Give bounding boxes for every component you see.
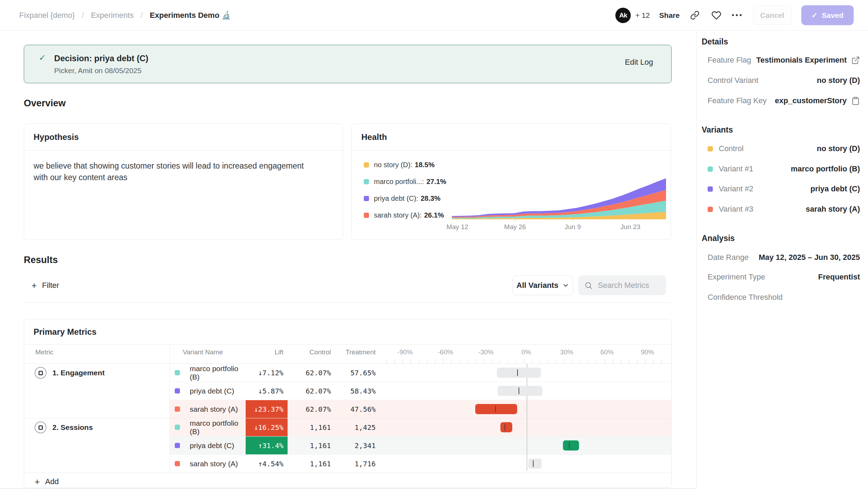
primary-metrics-card: Primary Metrics Metric Variant Name Lift… (24, 319, 672, 488)
more-menu-icon[interactable]: ••• (732, 11, 743, 19)
hypothesis-title: Hypothesis (24, 124, 343, 151)
variant-swatch (175, 461, 180, 466)
confidence-interval-cell (377, 418, 671, 436)
ci-range-bar (475, 404, 517, 414)
decision-byline: Picker, Amit on 08/05/2025 (54, 66, 148, 75)
metric-goal-icon (35, 421, 46, 433)
legend-swatch (364, 196, 369, 201)
search-metrics-input[interactable] (597, 281, 657, 290)
legend-value: 28.3% (421, 194, 441, 203)
table-row[interactable]: priya debt (C) ↑31.4% 1,161 2,341 (170, 436, 671, 454)
variant-swatch (175, 425, 180, 430)
ci-range-bar (563, 440, 579, 451)
variant-color-dot (708, 186, 713, 192)
ci-point-estimate-tick (519, 388, 519, 394)
metric-goal-icon (35, 367, 46, 379)
legend-swatch (364, 179, 369, 184)
decision-banner: ✓ Decision: priya debt (C) Picker, Amit … (24, 45, 672, 83)
lift-cell: ↑31.4% (246, 437, 288, 454)
axis-tick-label: -60% (438, 348, 453, 356)
section-divider (24, 303, 672, 303)
copy-link-icon[interactable] (689, 9, 701, 21)
axis-tick-label: 30% (560, 348, 573, 356)
treatment-cell: 1,716 (332, 455, 377, 473)
table-row[interactable]: sarah story (A) ↑4.54% 1,161 1,716 (170, 454, 671, 473)
control-cell: 1,161 (288, 455, 332, 473)
breadcrumb: Fixpanel {demo} / Experiments / Experime… (19, 11, 231, 20)
col-header-lift: Lift (246, 345, 288, 363)
metric-cell[interactable]: 2. Sessions (24, 418, 170, 473)
metric-group-engagement: 1. Engagement marco portfolio (B) ↓7.12%… (24, 364, 671, 418)
x-axis-label: Jun 23 (620, 223, 640, 231)
legend-item[interactable]: priya debt (C):28.3% (364, 190, 446, 207)
legend-value: 26.1% (424, 211, 444, 219)
detail-row-control-variant: Control Variant no story (D) (697, 74, 868, 87)
axis-tick-label: 0% (521, 348, 531, 356)
plus-icon: + (35, 477, 40, 486)
variant-name-cell: sarah story (A) (170, 400, 246, 418)
x-axis-tick (457, 219, 458, 222)
breadcrumb-separator: / (140, 11, 143, 20)
ci-point-estimate-tick (495, 406, 496, 412)
ci-range-bar (500, 422, 512, 432)
lift-cell: ↓5.87% (246, 382, 288, 400)
add-filter-button[interactable]: + Filter (31, 276, 59, 295)
metric-group-sessions: 2. Sessions marco portfolio (B) ↓16.25% … (24, 418, 671, 473)
confidence-interval-cell (377, 364, 671, 382)
confidence-interval-cell (377, 400, 671, 418)
saved-button[interactable]: ✓ Saved (801, 5, 854, 25)
ci-range-bar (498, 386, 542, 396)
analysis-section-title: Analysis (702, 234, 735, 243)
ci-point-estimate-tick (505, 424, 505, 431)
variant-color-dot (708, 207, 713, 212)
breadcrumb-experiments[interactable]: Experiments (91, 11, 133, 20)
lift-cell: ↑4.54% (246, 455, 288, 473)
hypothesis-body: we believe that showing customer stories… (24, 151, 325, 193)
lift-cell: ↓7.12% (246, 364, 288, 382)
decision-check-icon: ✓ (39, 53, 46, 63)
legend-value: 27.1% (426, 178, 446, 186)
health-legend: no story (D):18.5% marco portfoli...:27.… (364, 156, 446, 224)
variant-row-2: Variant #2 priya debt (C) (697, 183, 868, 195)
detail-row-feature-flag: Feature Flag Testimonials Experiment (697, 54, 868, 66)
collaborator-count[interactable]: + 12 (635, 11, 650, 20)
legend-item[interactable]: no story (D):18.5% (364, 156, 446, 173)
detail-row-feature-flag-key: Feature Flag Key exp_customerStory (697, 94, 868, 107)
treatment-cell: 57.65% (332, 364, 377, 382)
variant-swatch (175, 370, 180, 375)
col-header-treatment: Treatment (332, 345, 377, 363)
metric-cell[interactable]: 1. Engagement (24, 364, 170, 418)
legend-swatch (364, 162, 369, 168)
add-metric-button[interactable]: + Add (24, 473, 671, 488)
treatment-cell: 58.43% (332, 382, 377, 400)
hypothesis-card: Hypothesis we believe that showing custo… (24, 123, 343, 240)
edit-log-button[interactable]: Edit Log (625, 58, 653, 67)
health-card: Health no story (D):18.5% marco portfoli… (352, 123, 671, 240)
axis-tick-label: -30% (478, 348, 493, 356)
ci-range-bar (497, 368, 541, 378)
variant-swatch (175, 388, 180, 394)
lift-cell: ↓23.37% (246, 400, 288, 418)
table-row[interactable]: priya debt (C) ↓5.87% 62.07% 58.43% (170, 382, 671, 400)
table-row[interactable]: marco portfolio (B) ↓16.25% 1,161 1,425 (170, 418, 671, 436)
avatar[interactable]: Ak (615, 8, 631, 23)
table-row[interactable]: marco portfolio (B) ↓7.12% 62.07% 57.65% (170, 364, 671, 382)
variants-dropdown[interactable]: All Variants (513, 275, 573, 295)
legend-item[interactable]: sarah story (A):26.1% (364, 207, 446, 224)
table-row[interactable]: sarah story (A) ↓23.37% 62.07% 47.56% (170, 400, 671, 418)
filter-label: Filter (42, 281, 59, 290)
results-heading: Results (24, 255, 58, 265)
cancel-button[interactable]: Cancel (753, 5, 792, 25)
health-title: Health (352, 124, 671, 151)
control-cell: 1,161 (288, 418, 332, 436)
legend-item[interactable]: marco portfoli...:27.1% (364, 173, 446, 190)
favorite-heart-icon[interactable] (710, 9, 722, 21)
clipboard-copy-icon[interactable] (851, 97, 860, 105)
breadcrumb-project[interactable]: Fixpanel {demo} (19, 11, 75, 20)
variant-row-1: Variant #1 marco portfolio (B) (697, 163, 868, 175)
decision-title: Decision: priya debt (C) (54, 54, 148, 63)
metric-name: 2. Sessions (52, 421, 93, 433)
treatment-cell: 47.56% (332, 400, 377, 418)
share-button[interactable]: Share (659, 11, 680, 20)
external-link-icon[interactable] (851, 56, 860, 65)
